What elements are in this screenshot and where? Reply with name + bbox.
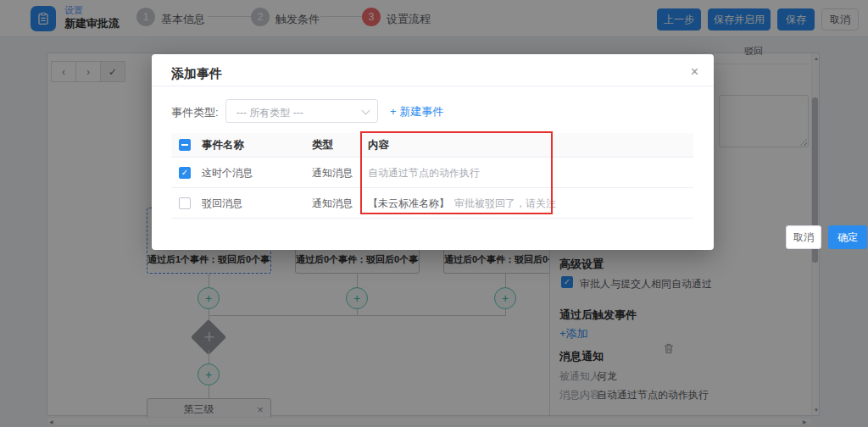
col-content: 内容 — [368, 138, 389, 152]
modal-cancel-button[interactable]: 取消 — [786, 225, 821, 249]
table-header-row: 事件名称 类型 内容 — [171, 133, 693, 158]
event-name: 这时个消息 — [202, 165, 253, 180]
event-content-prefix: 【未云标准名称】 — [368, 197, 449, 208]
add-event-modal: 添加事件 × 事件类型: --- 所有类型 --- + 新建事件 事件名称 类型… — [152, 54, 714, 250]
modal-divider — [152, 86, 714, 86]
table-row[interactable]: 这时个消息 通知消息 自动通过节点的动作执行 — [171, 158, 693, 188]
col-type: 类型 — [312, 138, 333, 152]
event-type: 通知消息 — [312, 165, 353, 180]
event-type-select[interactable]: --- 所有类型 --- — [225, 99, 378, 123]
screen: 通过后1个事件：驳回后0个事件 通过后0个事件：驳回后0个事件 通过后0个事件：… — [0, 0, 868, 427]
modal-title: 添加事件 — [171, 66, 222, 82]
event-content-text: 自动通过节点的动作执行 — [368, 166, 480, 178]
row-checkbox[interactable] — [179, 167, 191, 179]
event-content: 【未云标准名称】审批被驳回了，请关注 — [368, 196, 556, 210]
event-content-text: 审批被驳回了，请关注 — [454, 197, 556, 208]
new-event-link[interactable]: + 新建事件 — [390, 104, 443, 119]
event-type-value: --- 所有类型 --- — [236, 106, 303, 120]
select-all-checkbox[interactable] — [179, 139, 191, 151]
event-type-label: 事件类型: — [171, 105, 219, 120]
event-content: 自动通过节点的动作执行 — [368, 165, 480, 180]
modal-ok-button[interactable]: 确定 — [828, 225, 867, 249]
event-name: 驳回消息 — [202, 196, 242, 210]
table-row[interactable]: 驳回消息 通知消息 【未云标准名称】审批被驳回了，请关注 — [171, 188, 693, 219]
event-type: 通知消息 — [312, 196, 353, 210]
row-checkbox[interactable] — [179, 197, 191, 209]
col-name: 事件名称 — [202, 138, 244, 152]
close-icon[interactable]: × — [691, 64, 698, 80]
chevron-down-icon — [362, 107, 370, 115]
event-table: 事件名称 类型 内容 这时个消息 通知消息 自动通过节点的动作执行 驳回消息 通… — [171, 133, 693, 219]
